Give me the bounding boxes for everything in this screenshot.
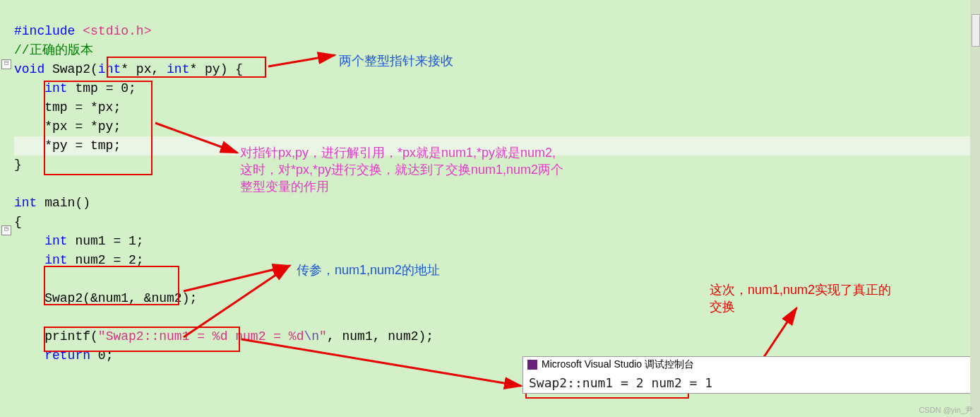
svg-line-0: [268, 55, 335, 66]
annotation-2: 对指针px,py，进行解引用，*px就是num1,*py就是num2, 这时，对…: [240, 144, 563, 195]
annotation-1: 两个整型指针来接收: [339, 52, 453, 69]
scroll-thumb[interactable]: [972, 14, 980, 47]
console-window: Microsoft Visual Studio 调试控制台 Swap2::num…: [522, 356, 972, 394]
annotation-3: 传参，num1,num2的地址: [297, 262, 440, 278]
keyword: int: [14, 253, 68, 267]
arrow-4: [240, 338, 526, 394]
code-text: Swap2(: [44, 62, 98, 76]
vs-icon: [527, 360, 537, 370]
red-box-params: [107, 57, 266, 78]
annotation-2-line3: 整型变量的作用: [240, 178, 563, 195]
code-text: main(): [37, 196, 90, 210]
code-text: {: [14, 215, 22, 229]
svg-line-2: [184, 266, 289, 291]
arrow-3: [182, 256, 295, 341]
watermark: CSDN @yin_尹: [919, 405, 973, 416]
annotation-4-line1: 这次，num1,num2实现了真正的: [710, 281, 891, 298]
string: >: [144, 24, 152, 38]
fold-marker[interactable]: ⊟: [1, 59, 11, 69]
code-gutter: ⊟ ⊟: [0, 0, 13, 417]
code-text: num1 = 1;: [68, 234, 144, 248]
svg-line-1: [155, 123, 237, 153]
svg-line-3: [184, 266, 289, 337]
console-output: Swap2::num1 = 2 num2 = 1: [523, 372, 971, 393]
red-box-nums: [44, 266, 179, 305]
annotation-2-line2: 这时，对*px,*py进行交换，就达到了交换num1,num2两个: [240, 161, 563, 178]
string: stdio.h: [90, 24, 144, 38]
keyword: #include: [14, 24, 75, 38]
arrow-1: [267, 42, 345, 71]
scrollbar[interactable]: [970, 0, 980, 417]
code-text: num2 = 2;: [68, 253, 144, 267]
arrow-2: [154, 116, 242, 158]
console-title-text: Microsoft Visual Studio 调试控制台: [542, 358, 694, 371]
console-titlebar: Microsoft Visual Studio 调试控制台: [523, 357, 971, 372]
svg-line-5: [763, 308, 796, 359]
red-box-swap-body: [44, 81, 153, 175]
string: <: [75, 24, 90, 38]
keyword: int: [14, 234, 68, 248]
fold-marker[interactable]: ⊟: [1, 225, 11, 235]
comment: //正确的版本: [14, 43, 93, 57]
arrow-5: [761, 305, 803, 362]
svg-line-4: [241, 339, 521, 386]
annotation-2-line1: 对指针px,py，进行解引用，*px就是num1,*py就是num2,: [240, 144, 563, 161]
keyword: void: [14, 62, 44, 76]
code-text: }: [14, 158, 22, 172]
keyword: int: [14, 196, 37, 210]
